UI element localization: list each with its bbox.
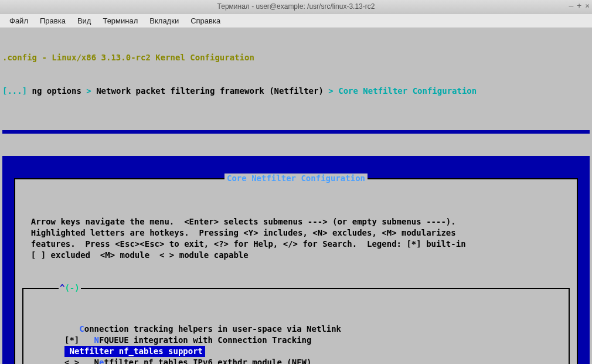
menu-tabs[interactable]: Вкладки: [144, 15, 185, 26]
menu-edit[interactable]: Правка: [34, 15, 72, 26]
terminal-window: Терминал - user@example: /usr/src/linux-…: [0, 0, 592, 364]
config-panel: Core Netfilter Configuration Arrow keys …: [14, 178, 578, 364]
breadcrumb-a: ng options: [32, 86, 81, 96]
window-title: Терминал - user@example: /usr/src/linux-…: [217, 2, 375, 11]
panel-title: Core Netfilter Configuration: [15, 173, 577, 184]
option-list: Connection tracking helpers in user-spac…: [22, 288, 570, 364]
config-option[interactable]: Connection tracking helpers in user-spac…: [26, 324, 566, 335]
menu-view[interactable]: Вид: [72, 15, 97, 26]
config-option[interactable]: [*] NFQUEUE integration with Connection …: [26, 335, 566, 346]
breadcrumb-b: Network packet filtering framework (Netf…: [96, 86, 324, 96]
breadcrumb-prefix: [...]: [2, 86, 32, 96]
terminal-area[interactable]: .config - Linux/x86 3.13.0-rc2 Kernel Co…: [0, 28, 592, 364]
scroll-up-indicator: [59, 283, 81, 294]
breadcrumb-c: Core Netfilter Configuration: [338, 86, 477, 96]
instructions: Arrow keys navigate the menu. <Enter> se…: [15, 213, 577, 263]
config-line: .config - Linux/x86 3.13.0-rc2 Kernel Co…: [2, 53, 254, 62]
minimize-icon[interactable]: —: [569, 1, 574, 10]
close-icon[interactable]: ×: [585, 1, 590, 10]
titlebar: Терминал - user@example: /usr/src/linux-…: [0, 0, 592, 13]
menu-terminal[interactable]: Терминал: [97, 15, 144, 26]
config-option[interactable]: Netfilter nf_tables support: [64, 346, 205, 357]
maximize-icon[interactable]: +: [577, 1, 581, 10]
menu-help[interactable]: Справка: [185, 15, 226, 26]
menubar: Файл Правка Вид Терминал Вкладки Справка: [0, 13, 592, 28]
config-option[interactable]: < > Netfilter nf_tables IPv6 exthdr modu…: [26, 357, 566, 364]
menu-file[interactable]: Файл: [4, 15, 34, 26]
